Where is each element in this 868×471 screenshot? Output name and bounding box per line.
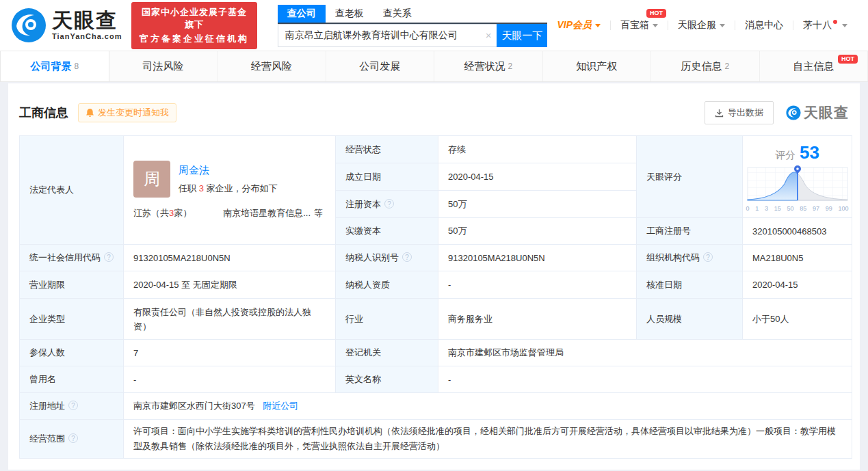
region-summary: 江苏（共3家） bbox=[133, 207, 192, 219]
field-label-org-code: 组织机构代码? bbox=[637, 245, 743, 271]
nav-message-center[interactable]: 消息中心 bbox=[735, 19, 793, 31]
search-button[interactable]: 天眼一下 bbox=[497, 24, 547, 47]
bell-icon bbox=[86, 108, 94, 118]
hot-badge: HOT bbox=[838, 55, 858, 64]
field-label-business-scope: 经营范围? bbox=[20, 420, 124, 459]
help-icon[interactable]: ? bbox=[384, 199, 394, 208]
treasure-label: 百宝箱 bbox=[620, 19, 649, 31]
search-tab-company[interactable]: 查公司 bbox=[278, 5, 326, 23]
help-icon[interactable]: ? bbox=[703, 252, 713, 262]
search-clear-icon[interactable]: × bbox=[486, 29, 492, 42]
field-value-approval-date: 2020-04-15 bbox=[743, 271, 852, 299]
vip-label: VIP会员 bbox=[557, 19, 592, 31]
badge-line1: 国家中小企业发展子基金旗下 bbox=[138, 6, 250, 31]
score-caption: 评分 bbox=[775, 149, 795, 161]
tab-company-development[interactable]: 公司发展 bbox=[326, 51, 435, 81]
field-label-registry: 登记机关 bbox=[336, 340, 438, 366]
field-value-reg-capital: 50万 bbox=[438, 191, 637, 218]
legal-rep-name-link[interactable]: 周金法 bbox=[179, 164, 277, 177]
qifu-label: 天眼企服 bbox=[678, 19, 716, 31]
field-label-reg-capital: 注册资本? bbox=[336, 191, 438, 218]
tab-count: 8 bbox=[74, 62, 79, 71]
tianyan-score-cell: 评分53 bbox=[743, 136, 852, 218]
related-company-link[interactable]: 南京培语星教育信息... bbox=[223, 207, 311, 219]
field-label-company-type: 企业类型 bbox=[20, 299, 124, 340]
badge-line2: 官方备案企业征信机构 bbox=[138, 33, 250, 45]
field-value-org-code: MA218U0N5 bbox=[743, 245, 852, 271]
field-label-insured-count: 参保人数 bbox=[20, 340, 124, 366]
field-label-taxpayer-id: 纳税人识别号? bbox=[336, 245, 438, 271]
field-value-registry: 南京市建邺区市场监督管理局 bbox=[438, 340, 852, 366]
help-icon[interactable]: ? bbox=[402, 252, 412, 262]
help-icon[interactable]: ? bbox=[68, 433, 78, 443]
field-value-paid-capital: 50万 bbox=[438, 218, 637, 245]
business-info-card: 工商信息 发生变更时通知我 导出数据 bbox=[8, 83, 860, 470]
nav-vip[interactable]: VIP会员 bbox=[547, 19, 610, 31]
field-value-address: 南京市建邺区水西门大街307号 附近公司 bbox=[124, 393, 852, 420]
tianyancha-logo[interactable]: 天眼查 TianYanCha.com bbox=[11, 8, 122, 43]
chevron-down-icon bbox=[720, 24, 725, 27]
business-info-table: 法定代表人 周 周金法 任职 3 家企业，分布如下 江苏（共3家） 南京培语星教… bbox=[19, 135, 852, 459]
field-label-former-name: 曾用名 bbox=[20, 366, 124, 393]
field-value-operating-status: 存续 bbox=[438, 136, 637, 163]
nearby-companies-link[interactable]: 附近公司 bbox=[263, 401, 298, 411]
field-value-reg-number: 320105000468503 bbox=[743, 218, 852, 245]
watermark-logo-icon bbox=[786, 105, 801, 120]
field-value-former-name: - bbox=[124, 366, 336, 393]
field-value-company-type: 有限责任公司（非自然人投资或控股的法人独资） bbox=[124, 299, 336, 340]
field-value-established: 2020-04-15 bbox=[438, 163, 637, 191]
field-value-industry: 商务服务业 bbox=[438, 299, 637, 340]
etc-label: 等 bbox=[314, 207, 323, 219]
field-value-english-name: - bbox=[438, 366, 852, 393]
score-curve-chart bbox=[746, 165, 849, 203]
field-label-reg-number: 工商注册号 bbox=[637, 218, 743, 245]
field-label-address: 注册地址? bbox=[20, 393, 124, 420]
nav-enterprise-service[interactable]: 天眼企服 bbox=[668, 19, 735, 31]
username-label: 茅十八 bbox=[803, 19, 832, 31]
help-icon[interactable]: ? bbox=[104, 252, 114, 262]
logo-domain: TianYanCha.com bbox=[52, 32, 122, 40]
help-icon[interactable]: ? bbox=[68, 401, 78, 410]
top-nav: VIP会员 HOT 百宝箱 天眼企服 消息中心 茅十八 bbox=[547, 19, 857, 31]
legal-rep-cell: 周 周金法 任职 3 家企业，分布如下 江苏（共3家） 南京培语星教育信息...… bbox=[124, 136, 336, 245]
search-input[interactable] bbox=[278, 24, 497, 47]
tenure-count: 3 bbox=[199, 183, 204, 193]
avatar[interactable]: 周 bbox=[133, 161, 170, 198]
tab-intellectual-property[interactable]: 知识产权 bbox=[543, 51, 652, 81]
field-label-approval-date: 核准日期 bbox=[637, 271, 743, 299]
top-header: 天眼查 TianYanCha.com 国家中小企业发展子基金旗下 官方备案企业征… bbox=[0, 0, 868, 51]
tab-self-published-info[interactable]: 自主信息 HOT bbox=[760, 51, 868, 81]
tab-operating-status[interactable]: 经营状况2 bbox=[434, 51, 543, 81]
nav-user-menu[interactable]: 茅十八 bbox=[793, 19, 857, 31]
tab-company-background[interactable]: 公司背景8 bbox=[0, 51, 109, 81]
messages-label: 消息中心 bbox=[745, 19, 783, 31]
logo-title: 天眼查 bbox=[52, 10, 122, 31]
search-tab-boss[interactable]: 查老板 bbox=[326, 5, 373, 23]
hot-badge: HOT bbox=[646, 9, 666, 18]
tab-operating-risk[interactable]: 经营风险 bbox=[218, 51, 326, 81]
search-tabs: 查公司 查老板 查关系 bbox=[278, 5, 548, 24]
score-value: 53 bbox=[800, 142, 819, 163]
field-label-taxpayer-quality: 纳税人资质 bbox=[336, 271, 438, 299]
company-section-tabs: 公司背景8 司法风险 经营风险 公司发展 经营状况2 知识产权 历史信息2 自主… bbox=[0, 51, 868, 82]
notify-on-change-button[interactable]: 发生变更时通知我 bbox=[78, 103, 176, 122]
search-tab-relation[interactable]: 查关系 bbox=[373, 5, 421, 23]
field-label-established: 成立日期 bbox=[336, 163, 438, 191]
tab-count: 2 bbox=[508, 62, 512, 71]
field-label-industry: 行业 bbox=[336, 299, 438, 340]
field-label-legal-rep: 法定代表人 bbox=[20, 136, 124, 245]
chevron-down-icon bbox=[842, 24, 847, 27]
chevron-down-icon bbox=[653, 24, 658, 27]
field-label-business-term: 营业期限 bbox=[20, 271, 124, 299]
field-value-taxpayer-id: 91320105MA218U0N5N bbox=[438, 245, 637, 271]
nav-treasure-box[interactable]: HOT 百宝箱 bbox=[611, 19, 668, 31]
export-data-button[interactable]: 导出数据 bbox=[705, 101, 774, 124]
section-title: 工商信息 bbox=[19, 105, 68, 121]
field-value-staff-size: 小于50人 bbox=[743, 299, 852, 340]
chevron-down-icon bbox=[595, 24, 601, 27]
tianyancha-logo-icon bbox=[11, 8, 47, 43]
notification-dot bbox=[833, 20, 837, 24]
field-value-business-term: 2020-04-15 至 无固定期限 bbox=[124, 271, 336, 299]
tab-judicial-risk[interactable]: 司法风险 bbox=[109, 51, 218, 81]
tab-history-info[interactable]: 历史信息2 bbox=[651, 51, 760, 81]
